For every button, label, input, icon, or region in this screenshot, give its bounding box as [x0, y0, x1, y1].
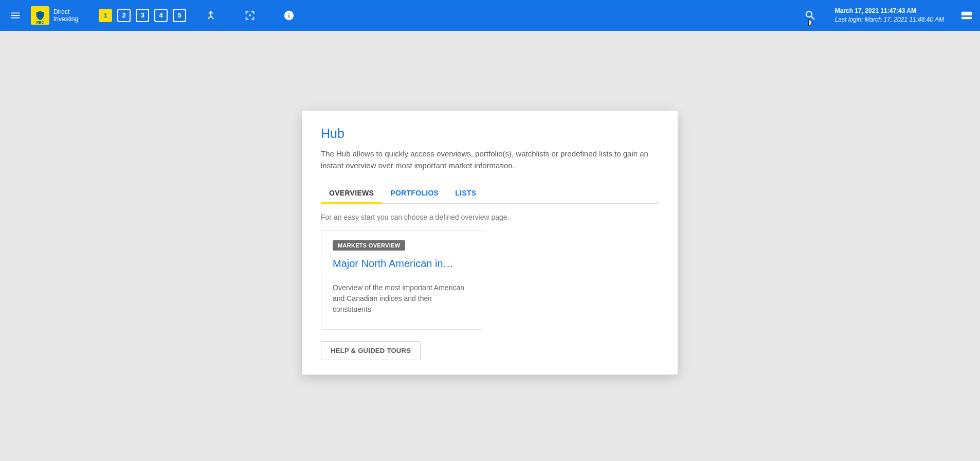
tab-lists[interactable]: LISTS [447, 184, 484, 203]
search-button[interactable] [801, 6, 820, 25]
help-tours-button[interactable]: HELP & GUIDED TOURS [321, 341, 421, 360]
hamburger-icon [10, 10, 21, 21]
info-icon [283, 10, 295, 21]
hub-tabs: OVERVIEWS PORTFOLIOS LISTS [321, 184, 659, 204]
brand-logo[interactable]: RBC Direct Investing [31, 6, 78, 25]
workspace-tab-3[interactable]: 3 [136, 9, 149, 22]
tab-overviews[interactable]: OVERVIEWS [321, 184, 382, 203]
svg-point-0 [249, 14, 251, 16]
hub-title: Hub [321, 126, 659, 141]
rbc-label: RBC [31, 21, 49, 24]
main-content: Hub The Hub allows to quickly access ove… [0, 31, 980, 375]
hub-description: The Hub allows to quickly access overvie… [321, 148, 659, 171]
search-icon [804, 9, 816, 22]
brand-line1: Direct [53, 8, 78, 15]
tab-hint: For an easy start you can choose a defin… [321, 213, 659, 221]
brand-line2: Investing [53, 15, 78, 23]
overview-badge: MARKETS OVERVIEW [333, 240, 405, 251]
focus-tool-button[interactable] [241, 6, 259, 25]
workspace-tab-2[interactable]: 2 [117, 9, 131, 22]
info-button[interactable] [280, 6, 298, 25]
merge-icon [205, 10, 216, 21]
brand-text: Direct Investing [53, 8, 78, 23]
tab-portfolios[interactable]: PORTFOLIOS [382, 184, 447, 203]
svg-rect-2 [961, 15, 972, 17]
workspace-tab-4[interactable]: 4 [154, 9, 168, 22]
overview-card-description: Overview of the most important American … [333, 282, 471, 315]
overview-card-title: Major North American in… [333, 258, 471, 276]
workspace-tabs: 1 2 3 4 5 [99, 9, 186, 22]
current-time: March 17, 2021 11:47:43 AM [835, 7, 944, 15]
app-header: RBC Direct Investing 1 2 3 4 5 March 17,… [0, 0, 980, 31]
overview-card-markets[interactable]: MARKETS OVERVIEW Major North American in… [321, 230, 483, 330]
hub-panel: Hub The Hub allows to quickly access ove… [302, 111, 678, 375]
crosshair-icon [244, 10, 256, 21]
last-login-time: Last login: March 17, 2021 11:46:40 AM [835, 15, 944, 24]
workspace-tab-1[interactable]: 1 [99, 9, 112, 22]
rbc-shield-icon: RBC [31, 6, 49, 25]
workspace-tab-5[interactable]: 5 [173, 9, 186, 22]
merge-tool-button[interactable] [202, 6, 220, 25]
menu-button[interactable] [6, 6, 25, 25]
account-menu-button[interactable] [959, 8, 974, 23]
card-icon [961, 11, 972, 20]
header-timestamps: March 17, 2021 11:47:43 AM Last login: M… [835, 7, 944, 24]
